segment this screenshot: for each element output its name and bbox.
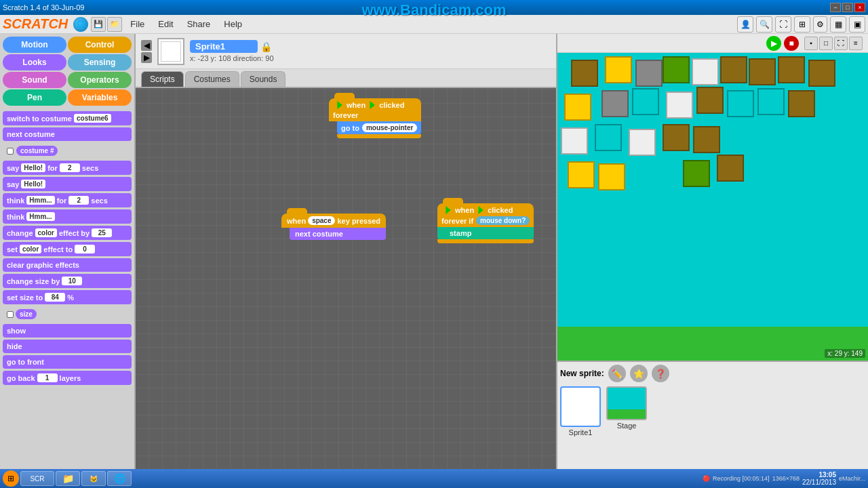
- stage-size-2[interactable]: □: [819, 37, 833, 50]
- block-say-hello[interactable]: say Hello!: [3, 177, 132, 191]
- block-think-hmm-secs[interactable]: think Hmm... for 2 secs: [3, 193, 132, 207]
- stage-size-1[interactable]: ▪: [804, 37, 818, 50]
- taskbar-time-display: 13:05 22/11/2013: [802, 471, 836, 486]
- category-variables[interactable]: Variables: [68, 89, 132, 106]
- script-block-3[interactable]: when clicked forever if mouse down? stam…: [437, 203, 534, 243]
- category-pen[interactable]: Pen: [3, 89, 66, 106]
- box-yellow1: [605, 56, 632, 83]
- block-clear-effects[interactable]: clear graphic effects: [3, 258, 132, 272]
- block-go-back[interactable]: go back 1 layers: [3, 371, 132, 385]
- maximize-button[interactable]: □: [842, 3, 853, 12]
- taskbar-folder-button[interactable]: 📁: [56, 471, 80, 486]
- sprite-item-stage[interactable]: Stage: [606, 386, 647, 430]
- block-set-color[interactable]: set color effect to 0: [3, 242, 132, 256]
- stage-canvas[interactable]: x: 29 y: 149: [557, 53, 868, 361]
- size-checkbox[interactable]: [7, 311, 14, 318]
- title-bar-controls[interactable]: − □ ×: [830, 3, 865, 12]
- sprite-header: ◀ ▶ 🔒 x: -23 y: 108 direction: 90: [136, 34, 556, 69]
- star-sprite-button[interactable]: ⭐: [630, 365, 648, 382]
- box-brown8: [663, 124, 690, 151]
- settings-button[interactable]: ⚙: [813, 16, 827, 33]
- recording-info: 🔴: [703, 475, 710, 482]
- main-area: Motion Control Looks Sensing Sound Opera…: [0, 34, 868, 469]
- goto-block[interactable]: go to mouse-pointer: [337, 121, 421, 134]
- category-operators[interactable]: Operators: [68, 72, 132, 88]
- menu-file[interactable]: File: [127, 18, 147, 30]
- block-go-to-front[interactable]: go to front: [3, 355, 132, 369]
- folder-icon-button[interactable]: 📁: [107, 17, 122, 32]
- block-think-hmm[interactable]: think Hmm...: [3, 209, 132, 224]
- hat-block-2[interactable]: when clicked: [437, 203, 534, 214]
- scripting-area[interactable]: when clicked forever go to mouse-pointer…: [136, 88, 556, 469]
- resolution-label: 1366×768: [772, 475, 800, 482]
- category-control[interactable]: Control: [68, 37, 132, 53]
- globe-icon[interactable]: 🌐: [73, 17, 88, 32]
- box-gray2: [601, 90, 629, 117]
- stage-header: ▶ ■ ▪ □ ⛶ ≡: [557, 34, 868, 53]
- menu-edit[interactable]: Edit: [155, 18, 176, 30]
- green-flag-button[interactable]: ▶: [766, 36, 781, 51]
- block-show[interactable]: show: [3, 324, 132, 338]
- box-brown2: [720, 56, 747, 83]
- hat-block-1[interactable]: when clicked: [329, 98, 421, 109]
- left-panel: Motion Control Looks Sensing Sound Opera…: [0, 34, 136, 469]
- key-hat-block[interactable]: when space key pressed: [281, 214, 386, 228]
- menu-share[interactable]: Share: [184, 18, 214, 30]
- tab-scripts[interactable]: Scripts: [141, 71, 184, 87]
- box-yellow2: [564, 94, 591, 121]
- sprite-name-input[interactable]: [190, 40, 258, 53]
- start-button[interactable]: ⊞: [3, 470, 19, 487]
- save-icon-button[interactable]: 💾: [91, 17, 106, 32]
- fullscreen-stage-button[interactable]: ⛶: [834, 37, 848, 50]
- category-sensing[interactable]: Sensing: [68, 54, 132, 70]
- box-green1: [663, 56, 690, 83]
- taskbar-chrome-button[interactable]: 🌐: [107, 471, 132, 486]
- category-motion[interactable]: Motion: [3, 37, 66, 53]
- costume-checkbox[interactable]: [7, 148, 14, 155]
- sprite-item-sprite1[interactable]: Sprite1: [560, 386, 601, 436]
- lock-icon: 🔒: [260, 41, 272, 52]
- script-block-2[interactable]: when space key pressed next costume: [281, 214, 386, 240]
- forever-block[interactable]: forever: [329, 109, 421, 121]
- category-looks[interactable]: Looks: [3, 54, 66, 70]
- person-icon-button[interactable]: 👤: [737, 16, 753, 33]
- tab-sounds[interactable]: Sounds: [241, 71, 286, 87]
- block-change-size[interactable]: change size by 10: [3, 274, 132, 288]
- fullscreen-button[interactable]: ⛶: [775, 16, 791, 33]
- nav-down-button[interactable]: ▶: [141, 52, 152, 63]
- box-yellow3: [568, 161, 595, 188]
- stop-button[interactable]: ■: [784, 36, 799, 51]
- block-switch-costume[interactable]: switch to costume costume6: [3, 111, 132, 125]
- forever-if-block[interactable]: forever if mouse down?: [437, 214, 534, 227]
- box-brown9: [693, 126, 720, 153]
- help-sprite-button[interactable]: ❓: [652, 365, 669, 382]
- category-sound[interactable]: Sound: [3, 72, 66, 88]
- taskbar-scratch-button[interactable]: SCR: [20, 471, 54, 486]
- layout2-button[interactable]: ▦: [830, 16, 846, 33]
- block-next-costume[interactable]: next costume: [3, 127, 132, 141]
- close-button[interactable]: ×: [854, 3, 865, 12]
- paint-sprite-button[interactable]: ✏️: [608, 365, 626, 382]
- taskbar-app1-button[interactable]: 🐱: [81, 471, 106, 486]
- block-change-color[interactable]: change color effect by 25: [3, 226, 132, 240]
- tab-costumes[interactable]: Costumes: [185, 71, 239, 87]
- stage-option-button[interactable]: ≡: [849, 37, 863, 50]
- block-say-hello-secs[interactable]: say Hello! for 2 secs: [3, 161, 132, 175]
- box-cyan4: [595, 124, 622, 151]
- scratch-logo: SCRATCH: [3, 16, 68, 32]
- box-white1: [692, 58, 719, 85]
- zoom-icon-button[interactable]: 🔍: [756, 16, 772, 33]
- script-block-1[interactable]: when clicked forever go to mouse-pointer: [329, 98, 421, 138]
- next-costume-block[interactable]: next costume: [290, 228, 386, 240]
- menu-help[interactable]: Help: [221, 18, 245, 30]
- layout-button[interactable]: ⊞: [794, 16, 810, 33]
- block-hide[interactable]: hide: [3, 340, 132, 353]
- nav-left-button[interactable]: ◀: [141, 40, 152, 51]
- block-costume-num[interactable]: costume #: [3, 143, 132, 159]
- emachiner-label: eMachir...: [839, 475, 865, 482]
- layout3-button[interactable]: ▣: [849, 16, 865, 33]
- block-set-size[interactable]: set size to 84 %: [3, 290, 132, 304]
- stamp-block[interactable]: stamp: [437, 227, 534, 239]
- block-size[interactable]: size: [3, 306, 132, 322]
- minimize-button[interactable]: −: [830, 3, 841, 12]
